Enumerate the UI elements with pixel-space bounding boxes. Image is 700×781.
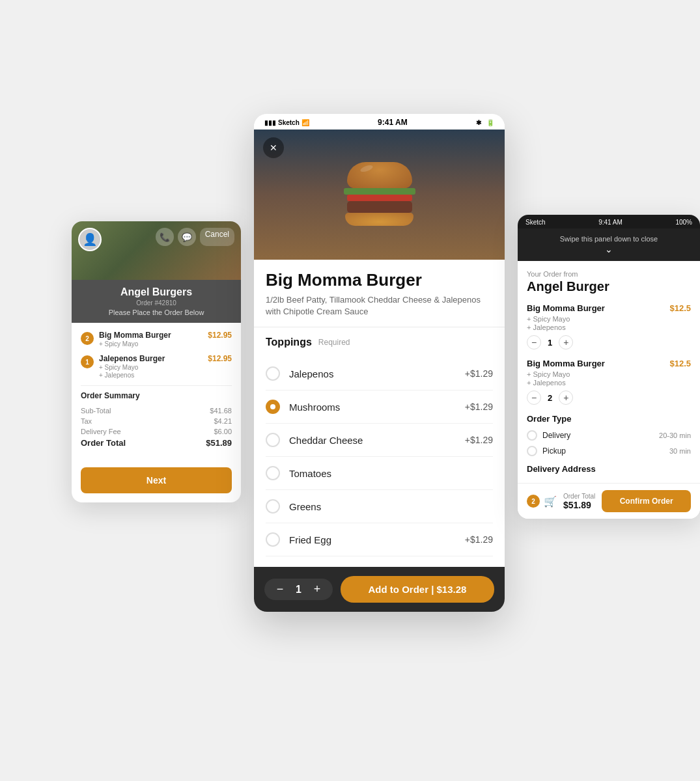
- order-total-label: Order Total: [563, 493, 595, 500]
- order-total-value: $51.89: [206, 438, 232, 448]
- center-content: Big Momma Burger 1/2lb Beef Patty, Tilla…: [254, 260, 505, 567]
- cancel-button[interactable]: Cancel: [200, 228, 234, 246]
- topping-item[interactable]: Mushrooms +$1.29: [266, 390, 493, 424]
- item-details: Jalepenos Burger + Spicy Mayo + Jalepeno…: [99, 354, 208, 379]
- signal-right: Sketch: [525, 219, 546, 226]
- topping-item[interactable]: Greens: [266, 490, 493, 523]
- order-number: Order #42810: [78, 299, 234, 307]
- next-button[interactable]: Next: [81, 467, 232, 493]
- subtotal-value: $41.68: [210, 407, 232, 415]
- order-total-label: Order Total: [81, 438, 126, 448]
- item-name: Jalepenos Burger: [99, 354, 208, 363]
- item-quantity-badge: 2: [81, 332, 94, 345]
- decrease-quantity-button[interactable]: −: [273, 582, 287, 596]
- phone-left: 👤 📞 💬 Cancel Angel Burgers Order #42810 …: [72, 221, 241, 502]
- right-order-content: Your Order from Angel Burger Big Momma B…: [518, 261, 700, 483]
- wifi-icon: 📶: [301, 119, 309, 126]
- status-bar-right: Sketch 9:41 AM 100%: [518, 215, 700, 228]
- avatar: 👤: [78, 228, 102, 251]
- please-place-label: Please Place the Order Below: [78, 308, 234, 316]
- cart-badge: 2: [527, 495, 540, 508]
- pickup-radio[interactable]: [527, 446, 537, 456]
- item-mod1: + Spicy Mayo: [527, 315, 691, 323]
- topping-radio-jalepenos[interactable]: [266, 366, 280, 381]
- delivery-option-row[interactable]: Delivery 20-30 min: [527, 430, 691, 441]
- item-name: Big Momma Burger: [99, 331, 208, 340]
- topping-item[interactable]: Fried Egg +$1.29: [266, 523, 493, 556]
- order-total-row: Order Total $51.89: [81, 438, 232, 448]
- topping-radio-cheddar[interactable]: [266, 433, 280, 447]
- message-icon[interactable]: 💬: [178, 228, 196, 246]
- order-summary-title: Order Summary: [81, 391, 232, 400]
- item-mod2: + Jalepenos: [527, 323, 691, 331]
- tomato-layer: [347, 195, 412, 201]
- signal-icon: ▮▮▮: [264, 119, 276, 126]
- burger-food-visual: [341, 162, 419, 227]
- phone-right: Sketch 9:41 AM 100% Swipe this panel dow…: [518, 215, 700, 519]
- topping-price-fried-egg: +$1.29: [465, 534, 493, 545]
- topping-item[interactable]: Cheddar Cheese +$1.29: [266, 424, 493, 457]
- delivery-fee-label: Delivery Fee: [81, 428, 121, 435]
- separator: [254, 327, 505, 327]
- pickup-option-row[interactable]: Pickup 30 min: [527, 446, 691, 456]
- topping-radio-mushrooms[interactable]: [266, 400, 280, 414]
- battery-info: ✱ 🔋: [476, 119, 494, 126]
- tax-value: $4.21: [214, 417, 232, 425]
- item-customization: + Spicy Mayo: [99, 364, 208, 371]
- phone-icon[interactable]: 📞: [156, 228, 174, 246]
- topping-price-jalepenos: +$1.29: [465, 368, 493, 379]
- topping-radio-tomatoes[interactable]: [266, 466, 280, 480]
- item-customization-2: + Jalepenos: [99, 372, 208, 379]
- item-price: $12.95: [208, 354, 232, 363]
- item-qty-row: − 2 +: [527, 390, 691, 405]
- swipe-text: Swipe this panel down to close: [524, 235, 693, 243]
- list-item: 2 Big Momma Burger + Spicy Mayo $12.95: [81, 331, 232, 348]
- decrease-qty-button[interactable]: −: [527, 390, 541, 405]
- topping-item[interactable]: Jalepenos +$1.29: [266, 357, 493, 390]
- delivery-radio[interactable]: [527, 430, 537, 441]
- your-order-from-label: Your Order from: [527, 270, 691, 278]
- topping-name-mushrooms: Mushrooms: [289, 402, 465, 413]
- list-item: Big Momma Burger $12.5 + Spicy Mayo + Ja…: [527, 303, 691, 349]
- scene: 👤 📞 💬 Cancel Angel Burgers Order #42810 …: [0, 0, 700, 781]
- divider: [81, 385, 232, 386]
- topping-radio-greens[interactable]: [266, 499, 280, 514]
- order-total-block: Order Total $51.89: [563, 493, 595, 510]
- topping-name-tomatoes: Tomatoes: [289, 468, 493, 479]
- status-time: 9:41 AM: [378, 118, 408, 127]
- decrease-qty-button[interactable]: −: [527, 335, 541, 349]
- burger-title: Big Momma Burger: [266, 270, 493, 290]
- confirm-order-button[interactable]: Confirm Order: [602, 490, 691, 512]
- pickup-label: Pickup: [542, 446, 669, 456]
- tax-row: Tax $4.21: [81, 417, 232, 425]
- order-type-section-title: Order Type: [527, 414, 691, 424]
- right-restaurant-name: Angel Burger: [527, 279, 691, 294]
- item-price: $12.5: [669, 359, 691, 368]
- topping-radio-fried-egg[interactable]: [266, 532, 280, 547]
- cart-icon: 🛒: [544, 495, 557, 508]
- battery-right: 100%: [675, 219, 692, 226]
- tax-label: Tax: [81, 417, 92, 425]
- item-qty-row: − 1 +: [527, 335, 691, 349]
- item-quantity-badge: 1: [81, 355, 94, 368]
- quantity-display: 1: [296, 584, 301, 596]
- add-to-order-button[interactable]: Add to Order | $13.28: [341, 576, 494, 603]
- bun-bottom: [345, 213, 413, 226]
- left-header-image: 👤 📞 💬 Cancel: [72, 221, 241, 280]
- increase-qty-button[interactable]: +: [559, 335, 573, 349]
- burger-hero-image: ✕: [254, 130, 505, 260]
- topping-item[interactable]: Tomatoes: [266, 457, 493, 490]
- right-bottom-bar: 2 🛒 Order Total $51.89 Confirm Order: [518, 483, 700, 519]
- lettuce-layer: [344, 188, 415, 195]
- topping-price-mushrooms: +$1.29: [465, 402, 493, 412]
- increase-qty-button[interactable]: +: [559, 390, 573, 405]
- close-button[interactable]: ✕: [263, 137, 284, 158]
- increase-quantity-button[interactable]: +: [311, 582, 324, 596]
- patty-layer: [347, 201, 412, 213]
- item-header: Big Momma Burger $12.5: [527, 303, 691, 313]
- cart-area: 2 🛒: [527, 495, 557, 508]
- header-icons: 📞 💬 Cancel: [156, 228, 234, 246]
- phone-center: ▮▮▮ Sketch 📶 9:41 AM ✱ 🔋 ✕ Big Momma Bu: [254, 114, 505, 612]
- quantity-control: − 1 +: [264, 579, 333, 600]
- item-price: $12.5: [669, 303, 691, 313]
